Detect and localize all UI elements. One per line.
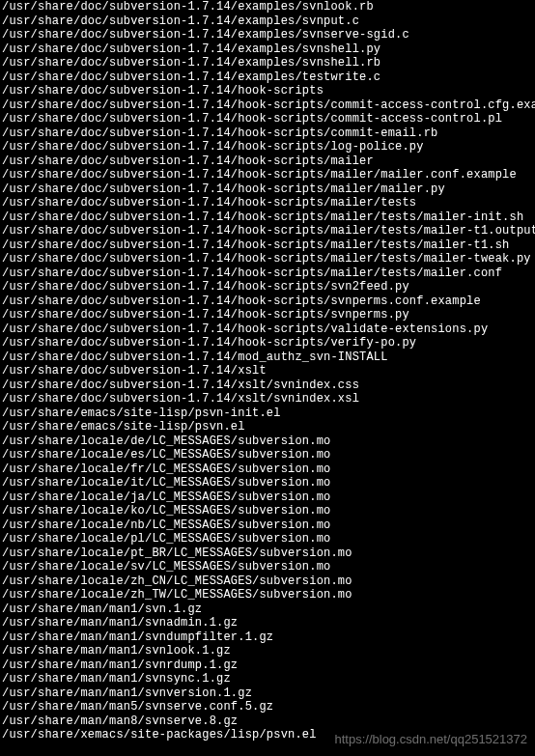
- terminal-line: /usr/share/locale/ko/LC_MESSAGES/subvers…: [2, 504, 533, 518]
- terminal-line: /usr/share/man/man1/svnlook.1.gz: [2, 644, 533, 658]
- terminal-line: /usr/share/doc/subversion-1.7.14/xslt/sv…: [2, 378, 533, 393]
- terminal-line: /usr/share/emacs/site-lisp/psvn-init.el: [2, 406, 533, 421]
- terminal-line: /usr/share/doc/subversion-1.7.14/hook-sc…: [2, 308, 533, 322]
- terminal-line: /usr/share/doc/subversion-1.7.14/hook-sc…: [2, 294, 533, 309]
- terminal-line: /usr/share/doc/subversion-1.7.14/hook-sc…: [2, 252, 533, 266]
- terminal-line: /usr/share/doc/subversion-1.7.14/hook-sc…: [2, 238, 533, 253]
- terminal-line: /usr/share/man/man1/svnadmin.1.gz: [2, 616, 533, 630]
- terminal-line: /usr/share/doc/subversion-1.7.14/hook-sc…: [2, 84, 533, 98]
- terminal-line: /usr/share/xemacs/site-packages/lisp/psv…: [2, 728, 533, 742]
- terminal-line: /usr/share/doc/subversion-1.7.14/xslt: [2, 364, 533, 378]
- terminal-line: /usr/share/man/man1/svn.1.gz: [2, 602, 533, 617]
- terminal-line: /usr/share/locale/sv/LC_MESSAGES/subvers…: [2, 560, 533, 574]
- terminal-line: /usr/share/doc/subversion-1.7.14/example…: [2, 56, 533, 70]
- terminal-line: /usr/share/doc/subversion-1.7.14/hook-sc…: [2, 98, 533, 113]
- terminal-line: /usr/share/doc/subversion-1.7.14/example…: [2, 42, 533, 57]
- terminal-line: /usr/share/man/man8/svnserve.8.gz: [2, 714, 533, 729]
- terminal-line: /usr/share/doc/subversion-1.7.14/mod_aut…: [2, 350, 533, 365]
- terminal-line: /usr/share/man/man1/svnrdump.1.gz: [2, 658, 533, 673]
- terminal-line: /usr/share/locale/pl/LC_MESSAGES/subvers…: [2, 532, 533, 546]
- terminal-line: /usr/share/locale/zh_CN/LC_MESSAGES/subv…: [2, 574, 533, 589]
- terminal-line: /usr/share/doc/subversion-1.7.14/hook-sc…: [2, 168, 533, 182]
- terminal-line: /usr/share/locale/de/LC_MESSAGES/subvers…: [2, 434, 533, 449]
- terminal-line: /usr/share/doc/subversion-1.7.14/hook-sc…: [2, 154, 533, 169]
- terminal-line: /usr/share/man/man5/svnserve.conf.5.gz: [2, 700, 533, 714]
- terminal-line: /usr/share/man/man1/svnversion.1.gz: [2, 686, 533, 701]
- terminal-line: /usr/share/man/man1/svnsync.1.gz: [2, 672, 533, 686]
- terminal-line: /usr/share/doc/subversion-1.7.14/hook-sc…: [2, 336, 533, 350]
- terminal-line: /usr/share/doc/subversion-1.7.14/example…: [2, 70, 533, 85]
- terminal-line: /usr/share/doc/subversion-1.7.14/example…: [2, 14, 533, 29]
- terminal-line: /usr/share/locale/it/LC_MESSAGES/subvers…: [2, 476, 533, 490]
- terminal-line: /usr/share/locale/nb/LC_MESSAGES/subvers…: [2, 518, 533, 533]
- terminal-line: /usr/share/doc/subversion-1.7.14/xslt/sv…: [2, 392, 533, 406]
- terminal-line: /usr/share/doc/subversion-1.7.14/hook-sc…: [2, 210, 533, 225]
- terminal-line: /usr/share/doc/subversion-1.7.14/hook-sc…: [2, 224, 533, 238]
- terminal-line: /usr/share/emacs/site-lisp/psvn.el: [2, 420, 533, 434]
- terminal-line: /usr/share/locale/zh_TW/LC_MESSAGES/subv…: [2, 588, 533, 602]
- terminal-line: /usr/share/locale/es/LC_MESSAGES/subvers…: [2, 448, 533, 462]
- terminal-line: /usr/share/locale/pt_BR/LC_MESSAGES/subv…: [2, 546, 533, 561]
- terminal-line: /usr/share/doc/subversion-1.7.14/hook-sc…: [2, 126, 533, 141]
- terminal-line: /usr/share/doc/subversion-1.7.14/example…: [2, 28, 533, 42]
- terminal-line: /usr/share/doc/subversion-1.7.14/hook-sc…: [2, 266, 533, 281]
- terminal-line: /usr/share/doc/subversion-1.7.14/hook-sc…: [2, 322, 533, 337]
- terminal-line: /usr/share/locale/ja/LC_MESSAGES/subvers…: [2, 490, 533, 505]
- terminal-line: /usr/share/doc/subversion-1.7.14/hook-sc…: [2, 280, 533, 294]
- terminal-line: /usr/share/doc/subversion-1.7.14/hook-sc…: [2, 140, 533, 154]
- terminal-line: /usr/share/doc/subversion-1.7.14/hook-sc…: [2, 182, 533, 197]
- terminal-line: /usr/share/doc/subversion-1.7.14/example…: [2, 0, 533, 14]
- terminal-line: /usr/share/locale/fr/LC_MESSAGES/subvers…: [2, 462, 533, 477]
- terminal-output[interactable]: /usr/share/doc/subversion-1.7.14/example…: [0, 0, 535, 742]
- terminal-line: /usr/share/doc/subversion-1.7.14/hook-sc…: [2, 196, 533, 210]
- terminal-line: /usr/share/doc/subversion-1.7.14/hook-sc…: [2, 112, 533, 126]
- terminal-line: /usr/share/man/man1/svndumpfilter.1.gz: [2, 630, 533, 645]
